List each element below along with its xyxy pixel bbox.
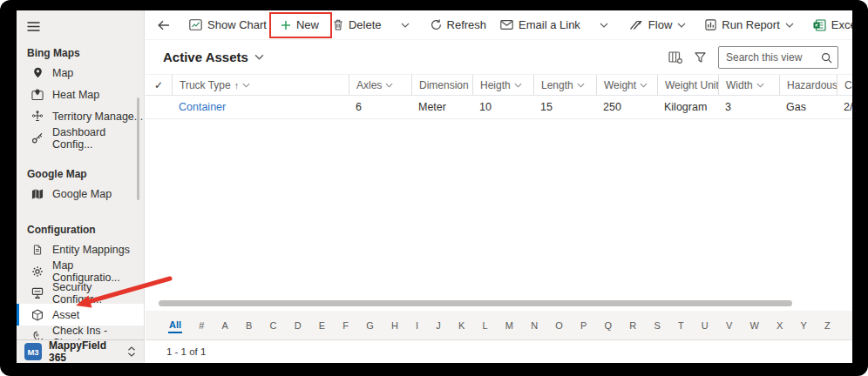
sidebar-item-label: Heat Map — [52, 89, 99, 101]
sidebar-item-territory-management[interactable]: Territory Manage... — [17, 105, 144, 127]
jump-letter[interactable]: G — [365, 319, 375, 332]
column-header-weight-unit[interactable]: Weight Unit — [657, 75, 718, 95]
grid-header: ✓ Truck Type ↑ Axles Dimension ... Heigt… — [146, 75, 852, 96]
sidebar-section-configuration: Configuration — [27, 224, 144, 236]
back-arrow-icon — [158, 20, 170, 30]
view-header: Active Assets — [146, 40, 852, 75]
column-label: Heigth — [480, 79, 511, 91]
sidebar-item-dashboard-config[interactable]: Dashboard Config... — [17, 127, 144, 149]
chevron-down-icon — [600, 23, 608, 28]
jump-letter-all[interactable]: All — [168, 318, 182, 333]
sidebar-item-security-configuration[interactable]: Security Configur... — [17, 282, 144, 304]
hamburger-menu-button[interactable] — [17, 10, 144, 37]
record-link[interactable]: Container — [172, 101, 349, 113]
column-header-truck-type[interactable]: Truck Type ↑ — [172, 75, 349, 95]
flow-label: Flow — [648, 18, 672, 31]
jump-letter[interactable]: M — [505, 319, 514, 332]
jump-letter[interactable]: X — [776, 319, 783, 332]
delete-button[interactable]: Delete — [326, 14, 389, 37]
column-header-axles[interactable]: Axles — [349, 75, 411, 95]
jump-letter[interactable]: N — [530, 319, 539, 332]
jump-letter[interactable]: # — [198, 319, 205, 332]
view-selector-button[interactable] — [254, 54, 264, 60]
view-title: Active Assets — [163, 50, 248, 64]
sidebar-item-entity-mappings[interactable]: Entity Mappings — [17, 238, 144, 260]
command-bar: Show Chart New Delete Refresh — [146, 10, 852, 40]
cell-dimension: Meter — [411, 101, 472, 113]
email-a-link-button[interactable]: Email a Link — [493, 14, 587, 37]
column-header-weight[interactable]: Weight — [596, 75, 657, 95]
back-button[interactable] — [151, 14, 177, 37]
sidebar-item-map[interactable]: Map — [17, 62, 144, 84]
jump-letter[interactable]: U — [701, 319, 709, 332]
jump-letter[interactable]: D — [294, 319, 302, 332]
column-header-width[interactable]: Width — [718, 75, 779, 95]
jump-letter[interactable]: I — [415, 319, 419, 332]
chevron-down-icon — [385, 83, 393, 88]
horizontal-scrollbar-thumb[interactable] — [159, 300, 792, 306]
sidebar-item-label: Asset — [52, 309, 79, 321]
sidebar-item-label: Google Map — [52, 188, 112, 200]
search-input[interactable] — [718, 46, 838, 69]
column-header-created-on[interactable]: Crea — [837, 75, 852, 95]
app-logo: M3 — [24, 343, 42, 360]
main-area: Show Chart New Delete Refresh — [146, 10, 852, 363]
sidebar-item-heat-map[interactable]: Heat Map — [17, 84, 144, 105]
sidebar-item-label: Security Configur... — [52, 281, 144, 306]
flow-button[interactable]: Flow — [622, 14, 693, 37]
column-label: Truck Type — [180, 79, 231, 91]
jump-letter[interactable]: L — [482, 319, 489, 332]
jump-letter[interactable]: B — [245, 319, 253, 332]
sidebar-item-label: Dashboard Config... — [52, 126, 144, 151]
chevron-down-icon — [677, 23, 686, 28]
jump-letter[interactable]: T — [677, 319, 685, 332]
sidebar-item-google-map[interactable]: Google Map — [17, 183, 144, 205]
chevron-down-icon — [785, 23, 794, 28]
jump-letter[interactable]: C — [269, 319, 278, 332]
delete-overflow-button[interactable] — [394, 14, 417, 37]
jump-letter[interactable]: J — [435, 319, 442, 332]
chevron-down-icon — [254, 54, 264, 60]
run-report-button[interactable]: Run Report — [698, 14, 800, 37]
heat-map-icon — [31, 88, 44, 101]
jump-letter[interactable]: Y — [800, 319, 808, 332]
jump-letter[interactable]: E — [318, 319, 326, 332]
app-switcher[interactable]: M3 MappyField 365 — [17, 339, 144, 363]
excel-icon — [813, 19, 826, 31]
new-button[interactable]: New — [274, 14, 326, 37]
jump-letter[interactable]: S — [653, 319, 661, 332]
jump-letter[interactable]: O — [554, 319, 564, 332]
cell-axles: 6 — [349, 101, 411, 113]
edit-columns-button[interactable] — [668, 51, 682, 64]
jump-letter[interactable]: V — [725, 319, 733, 332]
trash-icon — [333, 19, 343, 30]
jump-letter[interactable]: Q — [604, 319, 614, 332]
cell-weight: 250 — [596, 101, 657, 113]
email-overflow-button[interactable] — [593, 14, 615, 37]
sidebar-section-bing-maps: Bing Maps — [27, 47, 144, 59]
show-chart-button[interactable]: Show Chart — [182, 14, 274, 37]
sidebar-item-map-configuration[interactable]: Map Configuratio... — [17, 260, 144, 282]
sidebar-item-asset[interactable]: Asset — [17, 304, 144, 326]
column-header-hazardous[interactable]: Hazardous ... — [779, 75, 837, 95]
horizontal-scrollbar-track[interactable] — [154, 300, 844, 306]
refresh-button[interactable]: Refresh — [424, 14, 494, 37]
jump-letter[interactable]: A — [221, 319, 229, 332]
column-header-dimension[interactable]: Dimension ... — [411, 75, 472, 95]
table-row[interactable]: Container 6 Meter 10 15 250 Kilogram 3 G… — [146, 96, 852, 119]
column-header-heigth[interactable]: Heigth — [472, 75, 533, 95]
cell-weight-unit: Kilogram — [657, 101, 718, 113]
jump-letter[interactable]: H — [390, 319, 399, 332]
filter-button[interactable] — [695, 52, 706, 63]
excel-templates-button[interactable]: Excel Templates — [806, 14, 852, 37]
column-header-length[interactable]: Length — [533, 75, 596, 95]
jump-letter[interactable]: P — [580, 319, 587, 332]
select-all-checkbox[interactable]: ✓ — [146, 75, 172, 95]
jump-letter[interactable]: W — [749, 319, 759, 332]
asset-cube-icon — [31, 309, 44, 321]
jump-letter[interactable]: F — [342, 319, 349, 332]
jump-letter[interactable]: K — [458, 319, 465, 332]
sidebar-scrollbar[interactable] — [137, 97, 139, 200]
jump-letter[interactable]: R — [628, 319, 637, 332]
jump-letter[interactable]: Z — [824, 319, 831, 332]
